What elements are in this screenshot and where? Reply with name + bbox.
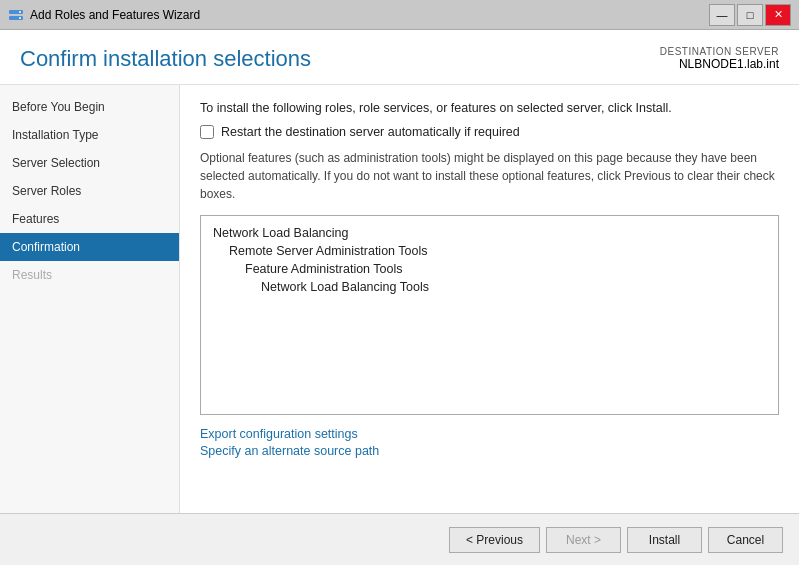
- app-icon: [8, 7, 24, 23]
- sidebar-item-results: Results: [0, 261, 179, 289]
- wizard-footer: < Previous Next > Install Cancel: [0, 513, 799, 565]
- feature-item: Remote Server Administration Tools: [213, 242, 766, 260]
- destination-server-info: DESTINATION SERVER NLBNODE1.lab.int: [660, 46, 779, 71]
- minimize-button[interactable]: —: [709, 4, 735, 26]
- window-title: Add Roles and Features Wizard: [30, 8, 200, 22]
- cancel-button[interactable]: Cancel: [708, 527, 783, 553]
- restart-checkbox[interactable]: [200, 125, 214, 139]
- export-config-link[interactable]: Export configuration settings: [200, 427, 779, 441]
- close-button[interactable]: ✕: [765, 4, 791, 26]
- features-list-box: Network Load Balancing Remote Server Adm…: [200, 215, 779, 415]
- previous-button[interactable]: < Previous: [449, 527, 540, 553]
- destination-server-label: DESTINATION SERVER: [660, 46, 779, 57]
- feature-item: Network Load Balancing Tools: [213, 278, 766, 296]
- next-button[interactable]: Next >: [546, 527, 621, 553]
- sidebar-item-server-roles[interactable]: Server Roles: [0, 177, 179, 205]
- maximize-button[interactable]: □: [737, 4, 763, 26]
- restart-checkbox-label[interactable]: Restart the destination server automatic…: [221, 125, 520, 139]
- sidebar: Before You Begin Installation Type Serve…: [0, 85, 180, 513]
- install-button[interactable]: Install: [627, 527, 702, 553]
- sidebar-item-features[interactable]: Features: [0, 205, 179, 233]
- restart-checkbox-row: Restart the destination server automatic…: [200, 125, 779, 139]
- page-title: Confirm installation selections: [20, 46, 311, 72]
- main-content: To install the following roles, role ser…: [180, 85, 799, 513]
- destination-server-name: NLBNODE1.lab.int: [660, 57, 779, 71]
- wizard-header: Confirm installation selections DESTINAT…: [0, 30, 799, 85]
- sidebar-item-before-you-begin[interactable]: Before You Begin: [0, 93, 179, 121]
- sidebar-item-server-selection[interactable]: Server Selection: [0, 149, 179, 177]
- sidebar-item-installation-type[interactable]: Installation Type: [0, 121, 179, 149]
- optional-features-text: Optional features (such as administratio…: [200, 149, 779, 203]
- wizard-body: Before You Begin Installation Type Serve…: [0, 85, 799, 513]
- instruction-text: To install the following roles, role ser…: [200, 101, 779, 115]
- alternate-source-link[interactable]: Specify an alternate source path: [200, 444, 779, 458]
- svg-point-2: [19, 11, 21, 13]
- feature-item: Network Load Balancing: [213, 224, 766, 242]
- sidebar-item-confirmation[interactable]: Confirmation: [0, 233, 179, 261]
- title-bar: Add Roles and Features Wizard — □ ✕: [0, 0, 799, 30]
- svg-point-3: [19, 17, 21, 19]
- window-controls: — □ ✕: [709, 4, 791, 26]
- feature-item: Feature Administration Tools: [213, 260, 766, 278]
- title-bar-left: Add Roles and Features Wizard: [8, 7, 200, 23]
- wizard-container: Confirm installation selections DESTINAT…: [0, 30, 799, 565]
